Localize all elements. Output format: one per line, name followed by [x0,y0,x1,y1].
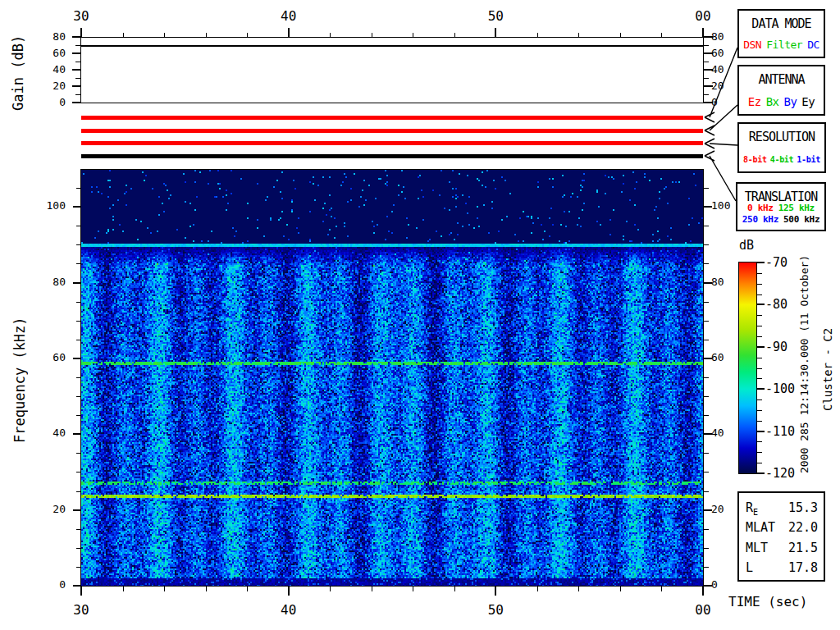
antenna-panel: ANTENNA EzBxByEy [737,65,825,116]
axis-tick [704,415,709,416]
frequency-axis-title: Frequency (kHz) [11,314,31,445]
axis-tick [164,587,165,591]
axis-tick [704,188,709,189]
gain-plot-frame [80,37,704,103]
gain-axis-title: Gain (dB) [10,32,28,114]
axis-tick [76,263,81,264]
axis-tick [73,433,81,435]
axis-tick [73,509,81,511]
gain-y-tick-label: 20 [31,80,66,92]
axis-tick [80,28,82,37]
time-tick-label: 40 [276,603,302,618]
time-tick-label: 30 [68,9,94,24]
axis-tick [454,587,455,591]
time-tick-label: 40 [276,9,302,24]
axis-tick [72,52,81,54]
axis-tick [757,294,762,295]
gain-y-tick-label: 20 [711,80,746,92]
axis-tick [413,33,413,37]
axis-tick [757,336,762,337]
freq-tick-label: 40 [31,427,66,439]
freq-tick-label: 80 [31,276,66,288]
translation-option-125khz: 125 kHz [778,203,815,213]
axis-tick [757,441,762,442]
axis-tick [247,587,248,591]
axis-tick [704,548,709,549]
axis-tick [757,472,765,474]
axis-tick [76,226,81,226]
freq-tick-label: 100 [31,200,66,212]
axis-tick [757,262,765,263]
axis-tick [704,226,709,226]
axis-tick [704,567,709,568]
time-tick-label: 50 [482,9,509,24]
axis-tick [123,33,124,37]
axis-tick [757,326,762,326]
spectrogram-frame [80,169,704,587]
gain-y-tick-label: 0 [711,97,746,108]
antenna-option-bx: Bx [766,95,779,108]
axis-tick [704,263,709,264]
spectrogram-image [81,170,703,586]
axis-tick [620,587,621,591]
colorbar [738,262,757,474]
colorbar-tick-label: -100 [765,382,801,396]
axis-tick [661,587,662,591]
callout-arrow-translation [705,151,736,201]
axis-tick [76,321,81,322]
data-mode-panel: DATA MODE DSNFilterDC [737,9,825,58]
colorbar-tick-label: -80 [765,298,801,312]
axis-tick [537,587,538,591]
antenna-option-by: By [784,95,797,108]
translation-panel: TRANSLATION 0 kHz125 kHz 250 kHz500 kHz [736,182,826,231]
axis-tick [537,33,538,37]
data-mode-bar [81,116,703,120]
axis-tick [123,587,124,591]
gain-y-tick-label: 0 [31,97,66,108]
resolution-option-4bit: 4-bit [770,155,794,164]
axis-tick [75,94,80,95]
antenna-bar [81,129,703,133]
axis-tick [75,78,80,79]
callout-arrow-antenna [705,105,737,135]
axis-tick [495,587,496,596]
colorbar-tick-label: -90 [765,340,801,354]
axis-tick [757,273,762,274]
colorbar-tick-label: -110 [765,425,801,439]
translation-option-250khz: 250 kHz [742,214,778,225]
axis-tick [72,85,81,87]
axis-tick [75,62,80,62]
translation-option-0khz: 0 kHz [747,203,774,213]
axis-tick [757,315,762,316]
colorbar-title: dB [739,239,754,253]
axis-tick [704,396,709,397]
axis-tick [76,567,81,568]
axis-tick [76,377,81,378]
ephemeris-value-l: 17.8 [788,560,818,575]
axis-tick [704,377,709,378]
axis-tick [704,453,709,454]
axis-tick [73,282,81,284]
ephemeris-value-mlt: 21.5 [788,541,818,555]
axis-tick [661,33,662,37]
axis-tick [76,548,81,549]
axis-tick [75,45,80,46]
axis-tick [495,28,496,37]
axis-tick [76,453,81,454]
freq-tick-label: 60 [31,352,66,363]
axis-tick [704,244,709,245]
freq-tick-label: 60 [711,352,746,363]
axis-tick [330,587,331,591]
axis-tick [206,587,207,591]
time-tick-label: 00 [690,603,716,618]
axis-tick [73,206,81,208]
axis-tick [578,587,579,591]
axis-tick [704,472,709,472]
axis-tick [704,491,709,492]
antenna-option-ez: Ez [748,95,761,108]
axis-tick [288,587,290,596]
axis-tick [206,33,207,37]
axis-tick [73,585,81,587]
axis-tick [757,399,762,400]
axis-tick [757,410,762,411]
